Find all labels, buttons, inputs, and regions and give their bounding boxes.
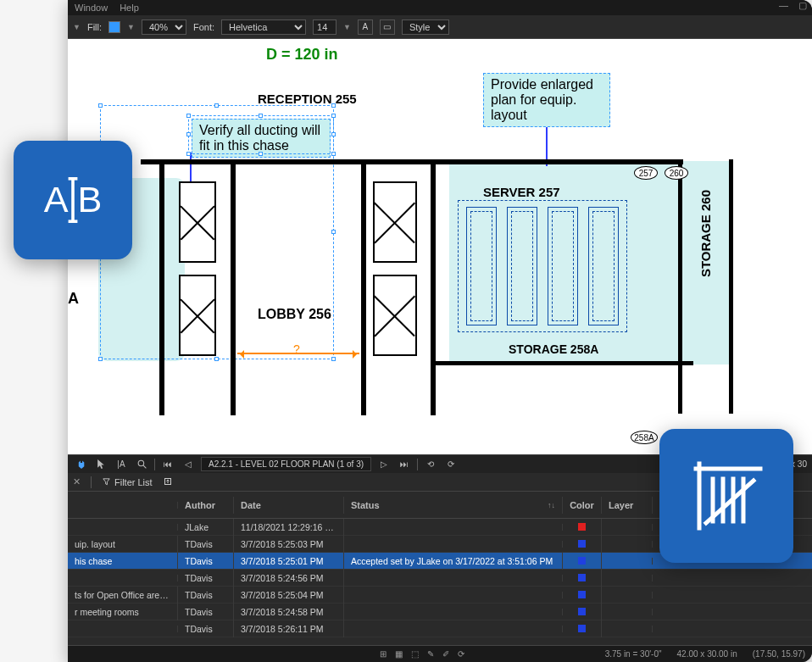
style-select[interactable]: Style	[402, 19, 449, 35]
next-page-icon[interactable]: ▷	[376, 457, 392, 472]
menu-window[interactable]: Window	[75, 3, 108, 13]
pen-icon[interactable]: ✐	[442, 649, 449, 659]
font-size-input[interactable]	[313, 19, 336, 35]
svg-point-0	[138, 460, 144, 466]
room-tag-258a: 258A	[631, 431, 658, 444]
menu-help[interactable]: Help	[120, 3, 139, 13]
sort-icon[interactable]: ↑↓	[548, 501, 555, 509]
wall-top	[141, 159, 683, 164]
size-dropdown-icon[interactable]: ▼	[343, 23, 351, 31]
note-ducting[interactable]: Verify all ducting will fit in this chas…	[192, 119, 331, 158]
room-tag-260: 260	[665, 166, 688, 180]
scale-readout[interactable]: 3.75 in = 30'-0"	[605, 649, 662, 659]
text-box-icon[interactable]: ▭	[380, 19, 395, 35]
wall-shaft2-right	[431, 159, 436, 415]
duct-1	[179, 181, 216, 263]
table-row[interactable]: TDavis3/7/2018 5:26:11 PM	[68, 620, 812, 637]
col-layer[interactable]: Layer	[602, 497, 653, 514]
grid-toggle-icon[interactable]: ⊞	[380, 649, 387, 659]
size-readout: 42.00 x 30.00 in	[677, 649, 737, 659]
wall-server-bottom	[431, 361, 693, 365]
room-tag-257: 257	[634, 166, 658, 180]
prev-page-icon[interactable]: ◁	[181, 457, 196, 472]
fill-dropdown-icon[interactable]: ▼	[127, 23, 135, 31]
dimension-text: D = 120 in	[266, 46, 338, 64]
svg-text:A: A	[44, 179, 69, 220]
room-label-lobby: LOBBY 256	[258, 307, 331, 322]
export-icon[interactable]	[163, 476, 173, 488]
coords-readout: (17.50, 15.97)	[753, 649, 805, 659]
svg-text:B: B	[77, 179, 102, 220]
duct-4	[373, 275, 417, 356]
maximize-icon[interactable]: ▢	[798, 0, 807, 11]
font-family-select[interactable]: Helvetica	[221, 19, 306, 35]
svg-line-1	[143, 465, 146, 468]
opacity-select[interactable]: 40%	[142, 19, 186, 35]
room-label-server: SERVER 257	[483, 185, 560, 199]
note-enlarged[interactable]: Provide enlarged plan for equip. layout	[483, 73, 610, 127]
col-subject[interactable]	[68, 502, 178, 509]
room-label-storage258a: STORAGE 258A	[509, 342, 598, 356]
first-page-icon[interactable]: ⏮	[160, 457, 175, 472]
wall-shaft-right	[231, 159, 236, 415]
room-label-reception: RECEPTION 255	[258, 92, 357, 106]
status-bar: ⊞ ▦ ⬚ ✎ ✐ ⟳ 3.75 in = 30'-0" 42.00 x 30.…	[68, 645, 812, 662]
fill-color-swatch[interactable]	[108, 21, 120, 33]
grid2-icon[interactable]: ▦	[395, 649, 403, 659]
font-label: Font:	[193, 22, 214, 32]
history-back-icon[interactable]: ⟲	[423, 457, 438, 472]
sync-icon[interactable]: ⟳	[458, 649, 464, 659]
close-panel-icon[interactable]: ✕	[73, 476, 81, 487]
duct-2	[179, 275, 216, 356]
duct-3	[373, 181, 417, 263]
last-page-icon[interactable]: ⏭	[397, 457, 412, 472]
table-row[interactable]: ts for Open Office areas?TDavis3/7/2018 …	[68, 587, 812, 604]
room-label-partial: A	[68, 290, 79, 308]
wall-far-right	[729, 159, 733, 414]
wall-left-shaft	[159, 159, 164, 415]
document-selector[interactable]: A2.2.1 - LEVEL 02 FLOOR PLAN (1 of 3)	[201, 457, 371, 471]
table-row[interactable]: r meeting roomsTDavis3/7/2018 5:24:58 PM	[68, 604, 812, 620]
col-date[interactable]: Date	[234, 497, 344, 514]
dimension-question: ?	[293, 342, 300, 356]
drawing-canvas[interactable]: D = 120 in RECEPTION 255 LOBBY 256 SERVE…	[68, 39, 812, 454]
overlay-count-icon	[659, 429, 793, 563]
snap-icon[interactable]: ⬚	[411, 649, 419, 659]
edit-icon[interactable]: ✎	[427, 649, 434, 659]
menubar: Window Help — ▢	[68, 0, 812, 15]
text-fit-icon[interactable]: A	[358, 19, 373, 35]
text-format-toolbar: ▼ Fill: ▼ 40% Font: Helvetica ▼ A ▭ Styl…	[68, 15, 812, 39]
overlay-text-edit-icon: A B	[14, 141, 132, 259]
filter-list-button[interactable]: Filter List	[102, 477, 153, 487]
server-room-outline	[458, 200, 627, 332]
wall-storage-div	[678, 159, 682, 414]
wall-shaft2-left	[361, 159, 366, 415]
room-label-storage260: STORAGE 260	[698, 190, 713, 277]
fill-label: Fill:	[87, 22, 102, 32]
minimize-icon[interactable]: —	[779, 0, 788, 11]
col-status[interactable]: Status↑↓	[344, 497, 563, 514]
col-color[interactable]: Color	[563, 497, 602, 514]
col-author[interactable]: Author	[178, 497, 234, 514]
text-select-icon[interactable]: |A	[114, 457, 129, 472]
history-fwd-icon[interactable]: ⟳	[443, 457, 459, 472]
dropdown-chevron-icon[interactable]: ▼	[73, 23, 81, 31]
table-row[interactable]: TDavis3/7/2018 5:24:56 PM	[68, 570, 812, 587]
pan-tool-icon[interactable]	[73, 457, 88, 472]
zoom-tool-icon[interactable]	[134, 457, 149, 472]
select-tool-icon[interactable]	[93, 457, 108, 472]
